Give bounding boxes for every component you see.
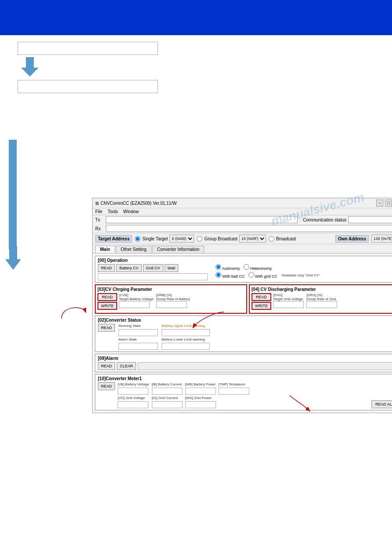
broadcast-group: Broadcast	[269, 236, 296, 242]
with-grid-cc-radio[interactable]	[248, 272, 254, 278]
broadcast-radio[interactable]	[269, 236, 274, 242]
dvg-label: [DVG]	[273, 293, 304, 297]
meter-title: [10]Converter Meter1	[98, 376, 392, 381]
app-window: ⊞ CNVCommCC (EZA2500) Ver.01.11/W − □ ✕ …	[92, 198, 392, 413]
drb-sublabel: Droop Rate of Battery	[156, 297, 190, 301]
battery-upper-label: Battery Upper Limit warning	[162, 324, 210, 328]
cv-charging-param-row: READ WRITE [CVB] Target Battery Voltage …	[97, 293, 245, 310]
battery-upper-input[interactable]	[162, 329, 210, 336]
converter-status-read-button[interactable]: READ	[98, 324, 115, 332]
tx-row: Tx Communication status	[93, 215, 392, 224]
wait-button[interactable]: Wait	[165, 264, 179, 272]
op-btns-row: READ Battery CV Grid CV Wait	[98, 264, 208, 272]
grid-cv-button[interactable]: Grid CV	[143, 264, 163, 272]
top-input-1[interactable]	[18, 42, 158, 55]
menu-window[interactable]: Window	[123, 209, 139, 214]
operation-section: [00] Operation READ Battery CV Grid CV W…	[95, 256, 392, 283]
tab-main[interactable]: Main	[95, 246, 115, 253]
meter-col-ib: [IB] Battery Current [IG] Grid Current	[152, 382, 183, 408]
operation-title: [00] Operation	[98, 258, 392, 263]
minimize-button[interactable]: −	[376, 200, 383, 207]
cvb-label: [CVB]	[119, 293, 154, 297]
battery-lower-input[interactable]	[162, 343, 210, 350]
cvb-field-group: [CVB] Target Battery Voltage	[119, 293, 154, 308]
cv-charging-write-button[interactable]: WRITE	[97, 302, 117, 310]
running-state-input[interactable]	[119, 329, 158, 336]
running-state-label: Running State	[119, 324, 158, 328]
top-input-2[interactable]	[18, 80, 158, 93]
tmp-input[interactable]	[219, 388, 249, 395]
svg-rect-2	[9, 246, 17, 260]
alarm-state-label: Alarm State	[119, 337, 158, 341]
with-batt-cc-label: With batt CC	[216, 272, 245, 279]
radio-options: Autonomy Heteronomy With batt CC	[216, 264, 320, 279]
restore-button[interactable]: □	[385, 200, 392, 207]
meter-col-tmp: [TMP] Tempature	[219, 382, 249, 408]
battery-cv-button[interactable]: Battery CV	[116, 264, 142, 272]
window-icon: ⊞	[95, 201, 99, 206]
autonomy-radio[interactable]	[216, 264, 221, 270]
single-target-radio[interactable]	[135, 236, 140, 242]
op-buttons: READ Battery CV Grid CV Wait	[98, 264, 208, 280]
status-fields: Running State Alarm State Battery Upper …	[119, 324, 392, 350]
vb-input[interactable]	[118, 388, 148, 395]
menu-tools[interactable]: Tools	[108, 209, 118, 214]
drb-input[interactable]	[156, 301, 187, 308]
rx-label: Rx	[95, 226, 104, 231]
group-broadcast-label: Group Broadcast	[204, 236, 237, 241]
alarm-clear-button[interactable]: CLEAR	[117, 362, 136, 370]
wg-input[interactable]	[185, 401, 216, 408]
group-broadcast-select[interactable]: 15 (0x0F)	[239, 235, 266, 243]
main-panel: [00] Operation READ Battery CV Grid CV W…	[93, 253, 392, 413]
window-controls[interactable]: − □ ✕	[376, 200, 392, 207]
cv-charging-section: [03]CV Chrging Parameter READ WRITE [CVB…	[95, 284, 247, 314]
ib-input[interactable]	[152, 388, 183, 395]
tab-other-setting[interactable]: Other Setting	[116, 246, 151, 253]
menu-file[interactable]: File	[95, 209, 102, 214]
single-target-select[interactable]: 0 (0x00)	[169, 235, 194, 243]
with-batt-cc-radio[interactable]	[216, 272, 221, 278]
group-broadcast-group: Group Broadcast 15 (0x0F)	[197, 235, 266, 243]
vertical-bar	[9, 140, 17, 250]
rx-input[interactable]	[106, 225, 392, 232]
group-broadcast-radio[interactable]	[197, 236, 202, 242]
target-address-row: Target Address Single Target 0 (0x00) Gr…	[93, 233, 392, 244]
broadcast-label: Broadcast	[276, 236, 296, 241]
cvb-input[interactable]	[119, 301, 150, 308]
cv-discharging-read-button[interactable]: READ	[252, 293, 271, 301]
meter-col-wb: [WB] Battery Power [WG] Grid Power	[185, 382, 216, 408]
heteronomy-label: Heteronomy	[244, 264, 272, 271]
operation-read-button[interactable]: READ	[98, 264, 115, 272]
alarm-read-button[interactable]: READ	[98, 362, 115, 370]
ib-label: [IB] Battery Current	[152, 382, 183, 386]
alarm-state-input[interactable]	[119, 343, 158, 350]
vb-label: [VB] Battery Voltage	[118, 382, 149, 386]
read-all-button[interactable]: READ ALL	[371, 400, 392, 408]
meter-read-button[interactable]: READ	[98, 382, 115, 390]
meter-section: [10]Converter Meter1 READ [VB] Battery V…	[95, 374, 392, 410]
alarm-dropdown[interactable]	[138, 362, 392, 370]
ig-input[interactable]	[152, 401, 183, 408]
cv-charging-fields: [CVB] Target Battery Voltage [DRB] (%) D…	[119, 293, 190, 308]
heteronomy-radio[interactable]	[244, 264, 249, 270]
operation-text-input[interactable]	[98, 273, 208, 280]
wb-input[interactable]	[185, 388, 216, 395]
grid-cv-note: *Available only "Grid CV"	[281, 273, 320, 277]
vg-input[interactable]	[118, 401, 148, 408]
dvg-input[interactable]	[273, 301, 304, 308]
cv-discharging-write-button[interactable]: WRITE	[252, 302, 271, 310]
cv-discharging-param-row: READ WRITE [DVG] Target Grid Voltage [DR…	[252, 293, 392, 310]
tab-converter-info[interactable]: Converter Information	[152, 246, 205, 253]
window-title-text: CNVCommCC (EZA2500) Ver.01.11/W	[101, 201, 176, 206]
meter-row: READ [VB] Battery Voltage [VG] Grid Volt…	[98, 382, 392, 408]
drg-input[interactable]	[306, 301, 337, 308]
cvb-sublabel: Target Battery Voltage	[119, 297, 154, 301]
own-address-select[interactable]: 126 (0x7E)	[371, 235, 392, 243]
svg-marker-3	[5, 259, 21, 270]
tx-input[interactable]	[106, 216, 298, 223]
comm-status-input[interactable]	[348, 216, 392, 223]
drg-label: [DRG] (%)	[306, 293, 337, 297]
cv-charging-read-button[interactable]: READ	[97, 293, 117, 301]
wg-label: [WG] Grid Power	[185, 396, 216, 400]
ig-label: [IG] Grid Current	[152, 396, 183, 400]
